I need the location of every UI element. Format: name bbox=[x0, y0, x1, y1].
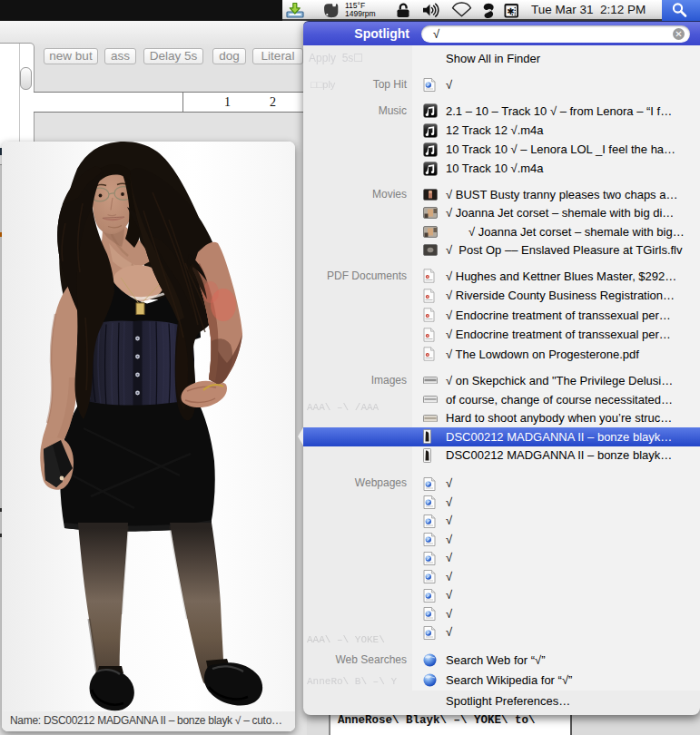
svg-text:✱: ✱ bbox=[507, 6, 514, 16]
